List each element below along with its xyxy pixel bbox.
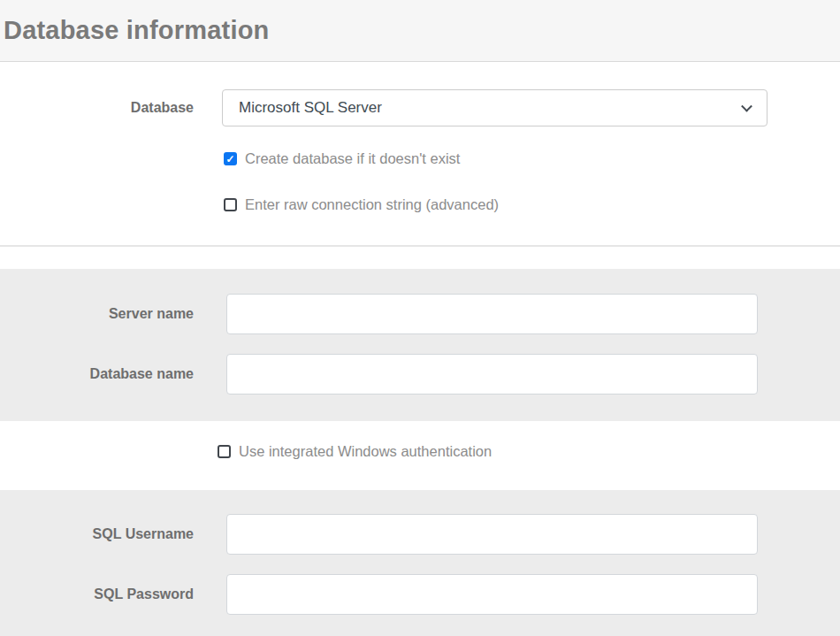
server-name-input[interactable] bbox=[226, 294, 758, 334]
sql-credentials-section: SQL Username SQL Password bbox=[0, 490, 840, 636]
sql-username-row: SQL Username bbox=[0, 514, 840, 555]
server-info-section: Server name Database name bbox=[0, 269, 840, 421]
sql-username-input[interactable] bbox=[226, 514, 758, 555]
create-database-checkbox-label[interactable]: Create database if it doesn't exist bbox=[245, 150, 460, 167]
page-header: Database information bbox=[0, 0, 840, 62]
integrated-auth-checkbox[interactable]: ✓ bbox=[218, 445, 231, 458]
integrated-auth-checkbox-label[interactable]: Use integrated Windows authentication bbox=[239, 443, 492, 460]
sql-password-row: SQL Password bbox=[0, 574, 840, 615]
database-row: Database Microsoft SQL Server bbox=[0, 89, 840, 126]
chevron-down-icon bbox=[741, 101, 752, 112]
create-database-checkbox[interactable]: ✓ bbox=[224, 152, 237, 165]
create-database-checkbox-row: ✓ Create database if it doesn't exist bbox=[224, 150, 840, 167]
integrated-auth-checkbox-row: ✓ Use integrated Windows authentication bbox=[218, 443, 840, 460]
sql-password-label: SQL Password bbox=[0, 586, 194, 602]
section-divider bbox=[0, 245, 840, 247]
database-name-input[interactable] bbox=[226, 354, 758, 395]
raw-connection-string-checkbox-label[interactable]: Enter raw connection string (advanced) bbox=[245, 196, 499, 213]
sql-password-input[interactable] bbox=[226, 574, 758, 615]
database-name-row: Database name bbox=[0, 354, 840, 395]
database-name-label: Database name bbox=[0, 366, 194, 382]
checkmark-icon: ✓ bbox=[225, 154, 234, 165]
raw-connection-string-checkbox-row: ✓ Enter raw connection string (advanced) bbox=[224, 196, 840, 213]
page-title: Database information bbox=[4, 16, 270, 45]
raw-connection-string-checkbox[interactable]: ✓ bbox=[224, 198, 237, 211]
database-select[interactable]: Microsoft SQL Server bbox=[222, 89, 767, 126]
server-name-row: Server name bbox=[0, 294, 840, 334]
database-label: Database bbox=[0, 100, 194, 116]
server-name-label: Server name bbox=[0, 306, 194, 322]
database-select-value: Microsoft SQL Server bbox=[239, 99, 382, 117]
sql-username-label: SQL Username bbox=[0, 526, 194, 542]
